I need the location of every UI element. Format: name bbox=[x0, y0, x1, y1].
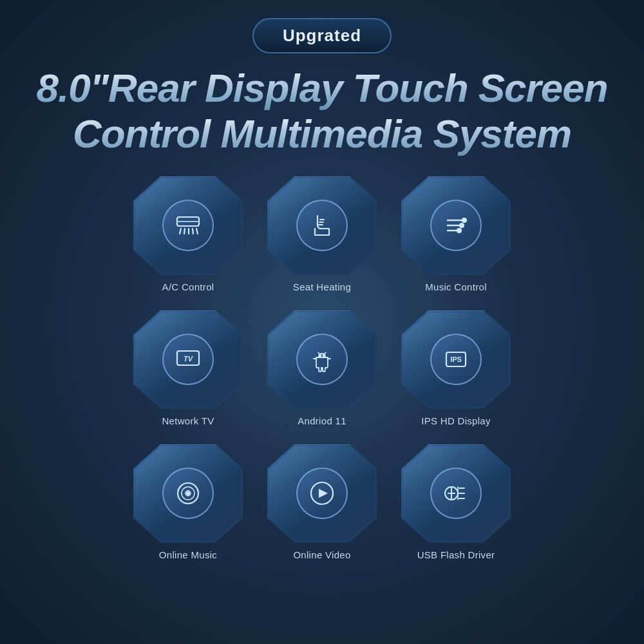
card-icon-online-music bbox=[162, 468, 214, 519]
card-online-music[interactable]: Online Music bbox=[130, 444, 246, 560]
card-label-ac-control: A/C Control bbox=[162, 281, 214, 292]
card-octagon-usb-driver bbox=[401, 444, 511, 543]
svg-point-11 bbox=[462, 218, 466, 222]
card-label-online-video: Online Video bbox=[293, 549, 350, 560]
card-label-seat-heating: Seat Heating bbox=[293, 281, 351, 292]
card-label-music-control: Music Control bbox=[425, 281, 487, 292]
card-icon-online-video bbox=[296, 468, 348, 519]
features-grid: A/C Control Seat Heating bbox=[130, 176, 514, 560]
card-seat-heating[interactable]: Seat Heating bbox=[264, 176, 380, 292]
card-label-ips-display: IPS HD Display bbox=[421, 415, 491, 426]
svg-text:IPS: IPS bbox=[450, 355, 462, 363]
card-octagon-network-tv: TV bbox=[133, 310, 243, 409]
svg-line-4 bbox=[193, 229, 193, 234]
card-music-control[interactable]: Music Control bbox=[398, 176, 514, 292]
svg-line-5 bbox=[196, 229, 198, 234]
card-ips-display[interactable]: IPS IPS HD Display bbox=[398, 310, 514, 426]
card-icon-seat-heating bbox=[296, 200, 348, 251]
svg-point-15 bbox=[457, 229, 461, 232]
card-icon-ips-display: IPS bbox=[430, 334, 482, 385]
svg-line-2 bbox=[184, 229, 185, 234]
card-usb-driver[interactable]: USB Flash Driver bbox=[398, 444, 514, 560]
card-label-online-music: Online Music bbox=[159, 549, 217, 560]
card-android[interactable]: Andriod 11 bbox=[264, 310, 380, 426]
svg-text:TV: TV bbox=[184, 355, 194, 363]
card-octagon-android bbox=[267, 310, 377, 409]
card-label-android: Andriod 11 bbox=[298, 415, 346, 426]
card-octagon-music-control bbox=[401, 176, 511, 275]
card-octagon-ips-display: IPS bbox=[401, 310, 511, 409]
card-icon-android bbox=[296, 334, 348, 385]
card-ac-control[interactable]: A/C Control bbox=[130, 176, 246, 292]
card-octagon-online-music bbox=[133, 444, 243, 543]
card-icon-ac-control bbox=[162, 200, 214, 251]
main-title: 8.0"Rear Display Touch Screen Control Mu… bbox=[10, 65, 633, 157]
svg-line-1 bbox=[180, 229, 181, 234]
card-network-tv[interactable]: TV Network TV bbox=[130, 310, 246, 426]
svg-point-13 bbox=[460, 223, 464, 227]
svg-point-29 bbox=[187, 492, 189, 495]
card-online-video[interactable]: Online Video bbox=[264, 444, 380, 560]
svg-marker-31 bbox=[319, 489, 328, 498]
card-octagon-ac-control bbox=[133, 176, 243, 275]
card-octagon-online-video bbox=[267, 444, 377, 543]
card-icon-music-control bbox=[430, 200, 482, 251]
card-icon-network-tv: TV bbox=[162, 334, 214, 385]
card-icon-usb-driver bbox=[430, 468, 482, 519]
card-label-network-tv: Network TV bbox=[162, 415, 214, 426]
card-label-usb-driver: USB Flash Driver bbox=[417, 549, 495, 560]
card-octagon-seat-heating bbox=[267, 176, 377, 275]
badge: Upgrated bbox=[252, 18, 392, 53]
